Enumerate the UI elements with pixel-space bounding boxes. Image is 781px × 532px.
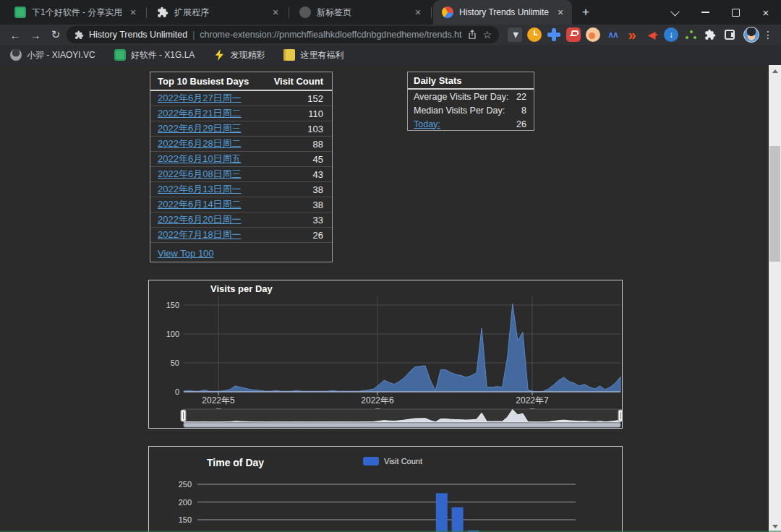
tab-divider <box>146 7 147 18</box>
forward-icon[interactable]: → <box>26 26 45 43</box>
bookmarks-bar: 小羿 - XIAOYI.VC好软件 - X1G.LA发现精彩这里有福利 <box>0 45 781 65</box>
tab-strip: 下1个好软件 - 分享实用好玩有×扩展程序×新标签页×History Trend… <box>0 0 660 25</box>
blue-chevrons-extension-icon[interactable] <box>605 27 620 42</box>
green-app-icon <box>14 7 26 18</box>
maximize-button[interactable] <box>720 0 751 25</box>
visits-per-day-chart: 0501001502022年5月2022年6月2022年7月Visits per… <box>148 280 623 429</box>
table-row: 2022年6月21日周二110 <box>150 106 332 121</box>
extension-icons-row <box>508 27 737 42</box>
tab-close-icon[interactable]: × <box>412 7 424 18</box>
address-url: chrome-extension://pnmchffiealhkdloeffcd… <box>200 30 462 40</box>
table-row: 2022年6月29日周三103 <box>150 121 332 137</box>
bookmark-item-3[interactable]: 发现精彩 <box>213 49 265 61</box>
stats-row: Today:26 <box>408 117 534 131</box>
bookmark-item-1[interactable]: 小羿 - XIAOYI.VC <box>10 49 95 61</box>
svg-text:150: 150 <box>166 301 179 309</box>
visit-count-value: 103 <box>307 124 323 134</box>
busiest-days-rows: 2022年6月27日周一1522022年6月21日周二1102022年6月29日… <box>150 91 332 243</box>
stats-row: Average Visits Per Day:22 <box>408 90 534 103</box>
busiest-day-link[interactable]: 2022年6月21日周二 <box>158 107 242 120</box>
navigator-right-handle[interactable] <box>618 410 622 421</box>
window-menu-chevron-icon[interactable] <box>660 0 690 25</box>
busiest-day-link[interactable]: 2022年7月18日周一 <box>158 228 242 241</box>
busiest-day-link[interactable]: 2022年6月10日周五 <box>158 153 242 166</box>
tab-title: 新标签页 <box>317 7 406 19</box>
busiest-days-header: Top 10 Busiest Days Visit Count <box>150 72 332 91</box>
tab-1[interactable]: 下1个好软件 - 分享实用好玩有× <box>6 0 145 25</box>
close-window-button[interactable]: × <box>751 0 781 25</box>
legend-swatch <box>363 457 379 466</box>
time-of-day-bar <box>436 493 448 532</box>
tab-3[interactable]: 新标签页× <box>291 0 430 25</box>
stats-label: Average Visits Per Day: <box>414 92 509 102</box>
orange-fast-forward-extension-icon[interactable] <box>625 27 639 42</box>
scrollbar-thumb[interactable] <box>769 146 780 262</box>
reload-icon[interactable]: ↻ <box>46 26 65 43</box>
busiest-day-link[interactable]: 2022年6月14日周二 <box>158 198 242 211</box>
back-icon[interactable]: ← <box>6 26 25 43</box>
blue-plus-extension-icon[interactable] <box>547 27 561 42</box>
tab-divider <box>289 7 289 18</box>
stats-row: Median Visits Per Day:8 <box>408 103 534 117</box>
address-bar[interactable]: History Trends Unlimited | chrome-extens… <box>67 26 499 43</box>
table-row: 2022年6月20日周一33 <box>150 213 332 228</box>
busiest-day-link[interactable]: 2022年6月08日周三 <box>158 168 242 181</box>
extensions-puzzle-icon[interactable] <box>703 27 717 42</box>
share-icon[interactable] <box>467 30 477 40</box>
chart-scrollbar-thumb[interactable] <box>184 423 620 427</box>
busiest-days-table: Top 10 Busiest Days Visit Count 2022年6月2… <box>150 72 333 262</box>
green-dots-extension-icon[interactable] <box>683 27 698 42</box>
red-toolbox-extension-icon[interactable] <box>566 27 581 42</box>
tab-close-icon[interactable]: × <box>127 7 139 18</box>
svg-text:Visits per Day: Visits per Day <box>210 283 273 294</box>
tab-2[interactable]: 扩展程序× <box>148 0 287 25</box>
profile-avatar[interactable] <box>743 27 759 43</box>
tab-close-icon[interactable]: × <box>555 7 566 18</box>
bookmark-item-4[interactable]: 这里有福利 <box>283 49 343 61</box>
download-arrow-extension-icon[interactable] <box>664 27 678 42</box>
scroll-up-arrow-icon[interactable] <box>769 65 781 77</box>
minimize-button[interactable] <box>690 0 720 25</box>
svg-text:Time of Day: Time of Day <box>207 457 264 468</box>
green-app-icon <box>114 49 126 61</box>
megaphone-extension-icon[interactable] <box>644 27 659 42</box>
tab-close-icon[interactable]: × <box>270 7 281 18</box>
busiest-day-link[interactable]: 2022年6月20日周一 <box>158 213 242 226</box>
tab-title: History Trends Unlimited <box>459 7 549 17</box>
page-scrollbar[interactable] <box>769 65 781 532</box>
table-row: 2022年6月27日周一152 <box>150 91 332 106</box>
window-controls: × <box>660 0 781 25</box>
svg-text:2022年5: 2022年5 <box>202 395 235 406</box>
svg-text:2022年7: 2022年7 <box>516 395 549 406</box>
visit-count-value: 88 <box>313 139 323 150</box>
visit-count-value: 26 <box>313 230 323 241</box>
stats-value: 26 <box>516 119 526 129</box>
extension-page: Top 10 Busiest Days Visit Count 2022年6月2… <box>0 65 769 532</box>
stats-value: 22 <box>516 92 526 102</box>
busiest-day-link[interactable]: 2022年6月28日周二 <box>158 137 242 150</box>
time-of-day-chart: Time of DayVisit Count250200150 <box>148 446 623 532</box>
clock-extension-icon[interactable] <box>527 27 542 42</box>
busiest-day-link[interactable]: 2022年6月13日周一 <box>158 183 242 196</box>
side-panel-icon[interactable] <box>722 27 737 42</box>
bookmark-label: 好软件 - X1G.LA <box>131 49 195 61</box>
new-tab-button[interactable]: + <box>576 3 595 22</box>
visit-count-value: 45 <box>313 154 323 165</box>
busiest-day-link[interactable]: 2022年6月29日周三 <box>158 122 242 135</box>
visit-count-value: 43 <box>313 169 323 180</box>
tab-title: 下1个好软件 - 分享实用好玩有 <box>32 7 121 19</box>
busiest-day-link[interactable]: 2022年6月27日周一 <box>158 92 242 105</box>
dark-cursor-extension-icon[interactable] <box>508 27 522 42</box>
busiest-days-footer: View Top 100 <box>150 243 332 263</box>
view-top-100-link[interactable]: View Top 100 <box>158 248 214 259</box>
today-link[interactable]: Today: <box>414 119 440 129</box>
bookmark-star-icon[interactable]: ☆ <box>482 29 492 40</box>
orange-circle-extension-icon[interactable] <box>586 27 600 42</box>
svg-text:100: 100 <box>166 330 179 338</box>
stats-label: Median Visits Per Day: <box>414 106 505 116</box>
tab-4[interactable]: History Trends Unlimited× <box>433 0 572 25</box>
svg-text:200: 200 <box>179 498 192 507</box>
bookmark-item-2[interactable]: 好软件 - X1G.LA <box>114 49 195 61</box>
browser-menu-kebab-icon[interactable] <box>761 27 775 42</box>
svg-text:Visit Count: Visit Count <box>384 457 422 466</box>
